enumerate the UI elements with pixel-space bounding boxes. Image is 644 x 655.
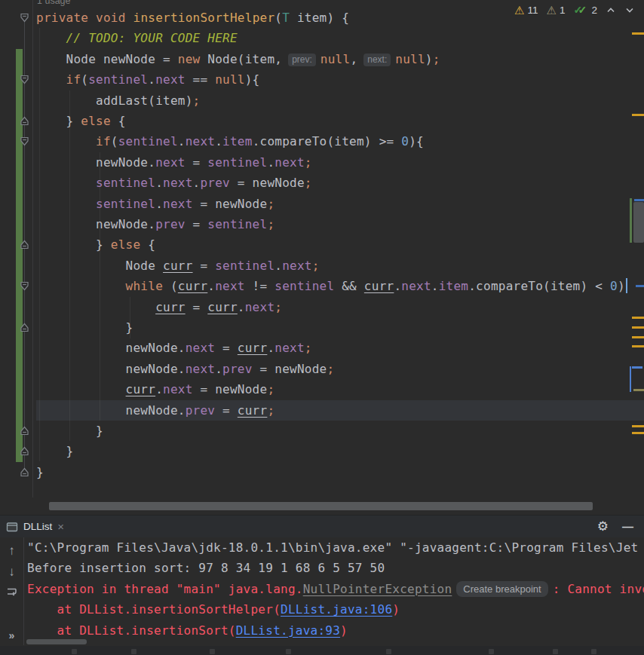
fold-end-icon[interactable] (20, 426, 29, 436)
fold-expanded-icon[interactable] (20, 13, 29, 23)
console-text: "C:\Program Files\Java\jdk-18.0.1.1\bin\… (27, 540, 638, 555)
code-editor[interactable]: 1 usage ⚠ 11 ⚠ 1 ✓✓ 2 p (0, 0, 644, 515)
taskbar-dot (591, 649, 596, 654)
code-token: next (215, 279, 245, 293)
code-line[interactable]: newNode.next = sentinel.next; (36, 152, 644, 173)
code-token: next (155, 155, 186, 170)
code-token: sentinel (118, 134, 178, 148)
code-token: else (81, 114, 111, 128)
stack-trace-link[interactable]: DLList.java:106 (281, 602, 392, 617)
taskbar-dot (489, 649, 494, 654)
fold-expanded-icon[interactable] (20, 75, 29, 84)
code-token: ; (305, 176, 312, 190)
code-line[interactable]: Node newNode = new Node(item,prev:null,n… (36, 49, 644, 69)
fold-expanded-icon[interactable] (20, 136, 29, 146)
code-line[interactable]: } (36, 462, 644, 482)
close-icon[interactable]: × (57, 521, 64, 532)
code-line[interactable]: Node curr = sentinel.next; (36, 256, 644, 276)
code-line[interactable]: // TODO: YOUR CODE HERE (36, 28, 644, 48)
code-token: ( (163, 279, 178, 293)
code-token (88, 11, 96, 25)
console-text: : Cannot invo (553, 582, 644, 596)
stripe-warning-mark (632, 345, 644, 347)
code-token: ; (267, 217, 274, 231)
code-line[interactable]: sentinel.next = newNode; (36, 194, 644, 214)
stripe-info-mark (634, 199, 644, 201)
code-line[interactable]: curr.next = newNode; (36, 379, 644, 399)
indent-guide (130, 297, 130, 338)
code-token: ( (111, 134, 118, 148)
console-line: at DLList.insertionSortHelper(DLList.jav… (27, 599, 644, 620)
code-token: .compareTo(item) >= (253, 134, 402, 148)
code-line[interactable]: } else { (36, 234, 644, 255)
code-token: next (163, 382, 193, 396)
stripe-warning-mark (632, 114, 644, 116)
code-line[interactable]: } (36, 421, 644, 441)
stripe-warning-mark (632, 326, 644, 329)
fold-end-icon[interactable] (20, 446, 29, 456)
code-token: } (96, 237, 111, 252)
code-token: , (350, 52, 357, 66)
code-token: = (186, 217, 208, 231)
fold-expanded-icon[interactable] (20, 281, 29, 291)
console-icon (6, 522, 18, 532)
taskbar-strip (0, 646, 644, 655)
fold-end-icon[interactable] (20, 240, 29, 249)
code-token: new (178, 52, 201, 66)
code-token: null (320, 52, 351, 66)
code-line[interactable]: while (curr.next != sentinel && curr.nex… (36, 276, 644, 296)
code-line[interactable]: newNode.prev = sentinel; (36, 214, 644, 234)
code-token: . (267, 155, 274, 170)
code-token: T (282, 11, 290, 25)
editor-horizontal-scrollbar[interactable] (49, 502, 593, 510)
code-line[interactable]: if(sentinel.next == null){ (36, 69, 644, 90)
fold-end-icon[interactable] (20, 323, 29, 332)
stripe-vcs-mark (630, 198, 632, 243)
code-token: sentinel (96, 197, 155, 211)
console-horizontal-scrollbar[interactable] (26, 639, 87, 644)
minimize-icon[interactable]: — (622, 521, 633, 532)
code-line[interactable]: newNode.next.prev = newNode; (36, 359, 644, 379)
code-line[interactable]: } (36, 441, 644, 461)
indent-guide (69, 90, 70, 441)
code-token: newNode. (96, 217, 155, 231)
code-token: . (238, 300, 245, 314)
code-line[interactable]: private void insertionSortHelper(T item)… (36, 8, 644, 28)
code-token: { (111, 114, 126, 128)
code-line-current[interactable]: newNode.prev = curr; (36, 400, 644, 421)
stripe-info-mark (632, 366, 642, 369)
code-token: . (431, 279, 439, 293)
code-token: sentinel (88, 72, 148, 87)
code-token: curr (178, 279, 208, 293)
stripe-caret-mark (636, 285, 644, 287)
gear-icon[interactable]: ⚙ (597, 520, 609, 533)
code-token: } (66, 444, 74, 458)
stripe-warning-mark (632, 425, 644, 427)
fold-end-icon[interactable] (20, 467, 29, 477)
fold-end-icon[interactable] (20, 116, 29, 126)
code-line[interactable]: newNode.next = curr.next; (36, 338, 644, 358)
code-token: = (215, 403, 238, 418)
code-line[interactable]: curr = curr.next; (36, 297, 644, 317)
code-token: = (215, 341, 238, 355)
exception-class-link[interactable]: NullPointerException (303, 582, 452, 596)
code-token: curr (126, 382, 156, 396)
stack-trace-link[interactable]: DLList.java:93 (236, 623, 340, 638)
code-token: prev (222, 362, 253, 376)
taskbar-dot (386, 649, 391, 654)
code-line[interactable]: } else { (36, 111, 644, 131)
code-line[interactable]: addLast(item); (36, 90, 644, 111)
code-token: = (193, 259, 216, 273)
code-token: next (186, 134, 216, 148)
code-token: else (111, 237, 141, 252)
code-token: null (215, 72, 245, 87)
code-line[interactable]: sentinel.next.prev = newNode; (36, 173, 644, 193)
console-tab[interactable]: DLList × (0, 516, 64, 537)
code-token: curr (207, 300, 238, 314)
code-token: . (193, 176, 201, 190)
code-token: next (401, 279, 431, 293)
create-breakpoint-button[interactable]: Create breakpoint (456, 581, 547, 597)
code-line[interactable]: if(sentinel.next.item.compareTo(item) >=… (36, 131, 644, 152)
vertical-scrollbar-thumb[interactable] (633, 202, 644, 243)
code-line[interactable]: } (36, 317, 644, 338)
